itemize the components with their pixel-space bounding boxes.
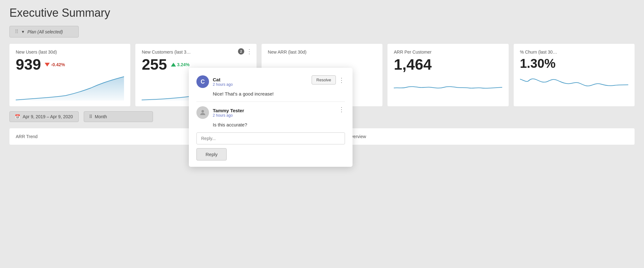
card-new-users-value-row: 939 -0.42% bbox=[16, 57, 124, 72]
reply-input[interactable] bbox=[196, 132, 345, 144]
card-pct-churn-value-row: 1.30% bbox=[520, 57, 628, 70]
filter-icon: ▼ bbox=[21, 30, 25, 34]
date-range-filter-button[interactable]: 📅 Apr 9, 2019 – Apr 9, 2020 bbox=[9, 111, 79, 122]
card-pct-churn: % Churn (last 30… 1.30% bbox=[514, 44, 635, 106]
card-pct-churn-title: % Churn (last 30… bbox=[520, 50, 628, 55]
comment-cat-menu-icon[interactable]: ⋮ bbox=[338, 77, 345, 83]
card-new-customers-actions: 2 ⋮ bbox=[238, 48, 253, 55]
date-range-label: Apr 9, 2019 – Apr 9, 2020 bbox=[23, 114, 73, 119]
svg-point-0 bbox=[201, 110, 204, 113]
comment-popup: C Cat 2 hours ago Resolve ⋮ Nice! That's… bbox=[189, 68, 353, 167]
comment-cat: C Cat 2 hours ago Resolve ⋮ Nice! That's… bbox=[196, 75, 345, 96]
page-title: Executive Summary bbox=[9, 6, 635, 20]
comment-divider bbox=[196, 102, 345, 102]
comment-tammy-header-left: Tammy Tester 2 hours ago bbox=[196, 106, 244, 119]
comment-count-badge[interactable]: 2 bbox=[238, 48, 244, 55]
card-new-arr-title: New ARR (last 30d) bbox=[268, 50, 376, 55]
comment-cat-meta: Cat 2 hours ago bbox=[213, 77, 233, 87]
card-pct-churn-value: 1.30% bbox=[520, 57, 556, 70]
reply-button[interactable]: Reply bbox=[196, 148, 227, 160]
pipeline-overview-title: Pipeline Overview bbox=[331, 134, 628, 139]
card-arr-per-customer-value-row: 1,464 bbox=[394, 57, 502, 72]
card-new-customers-menu-icon[interactable]: ⋮ bbox=[246, 48, 253, 55]
calendar-icon: 📅 bbox=[15, 114, 20, 119]
plan-filter-label: Plan (All selected) bbox=[27, 29, 63, 34]
granularity-drag-icon: ⠿ bbox=[89, 114, 92, 119]
pipeline-overview-section: Pipeline Overview bbox=[325, 128, 635, 145]
resolve-button[interactable]: Resolve bbox=[312, 75, 336, 84]
comment-cat-author: Cat bbox=[213, 77, 233, 82]
avatar-cat: C bbox=[196, 75, 209, 88]
card-arr-per-customer: ARR Per Customer 1,464 bbox=[387, 44, 508, 106]
avatar-tammy bbox=[196, 106, 209, 119]
up-arrow-icon bbox=[171, 63, 176, 67]
comment-cat-header-left: C Cat 2 hours ago bbox=[196, 75, 233, 88]
card-pct-churn-chart bbox=[520, 73, 628, 98]
comment-tammy-actions: ⋮ bbox=[338, 106, 345, 113]
card-arr-per-customer-chart bbox=[394, 75, 502, 101]
card-new-users-title: New Users (last 30d) bbox=[16, 50, 124, 55]
granularity-label: Month bbox=[95, 114, 107, 119]
comment-tammy-time: 2 hours ago bbox=[213, 113, 244, 118]
page-container: Executive Summary ⠿ ▼ Plan (All selected… bbox=[0, 0, 644, 151]
comment-cat-header: C Cat 2 hours ago Resolve ⋮ bbox=[196, 75, 345, 88]
filter-bar: ⠿ ▼ Plan (All selected) bbox=[9, 26, 635, 38]
card-new-users-badge: -0.42% bbox=[45, 62, 65, 67]
comment-tammy: Tammy Tester 2 hours ago ⋮ Is this accur… bbox=[196, 106, 345, 127]
card-new-customers-badge: 3.24% bbox=[171, 62, 190, 67]
plan-filter-button[interactable]: ⠿ ▼ Plan (All selected) bbox=[9, 26, 79, 38]
comment-cat-time: 2 hours ago bbox=[213, 82, 233, 87]
card-new-customers-title: New Customers (last 3… bbox=[142, 50, 250, 55]
comment-cat-text: Nice! That's a good increase! bbox=[213, 91, 345, 96]
comment-tammy-meta: Tammy Tester 2 hours ago bbox=[213, 108, 244, 118]
comment-cat-actions: Resolve ⋮ bbox=[312, 75, 345, 84]
card-arr-per-customer-value: 1,464 bbox=[394, 57, 432, 72]
card-new-users-value: 939 bbox=[16, 57, 41, 72]
card-new-users-chart bbox=[16, 75, 124, 101]
granularity-filter-button[interactable]: ⠿ Month bbox=[84, 111, 153, 122]
card-arr-per-customer-title: ARR Per Customer bbox=[394, 50, 502, 55]
card-new-users: New Users (last 30d) 939 -0.42% bbox=[9, 44, 130, 106]
comment-tammy-author: Tammy Tester bbox=[213, 108, 244, 113]
comment-tammy-text: Is this accurate? bbox=[213, 122, 345, 127]
comment-tammy-header: Tammy Tester 2 hours ago ⋮ bbox=[196, 106, 345, 119]
comment-tammy-menu-icon[interactable]: ⋮ bbox=[338, 106, 345, 113]
drag-handle-icon: ⠿ bbox=[15, 29, 19, 35]
down-arrow-icon bbox=[45, 63, 50, 67]
card-new-customers-value: 255 bbox=[142, 57, 167, 72]
